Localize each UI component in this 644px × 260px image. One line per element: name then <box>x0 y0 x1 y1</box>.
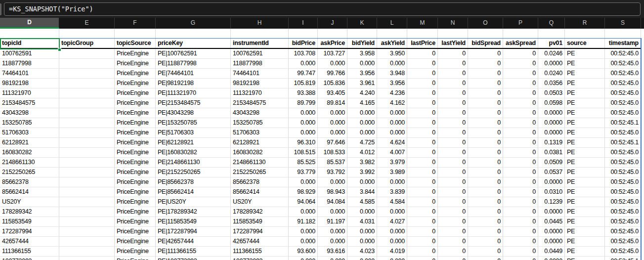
cell[interactable]: 0 <box>468 98 503 108</box>
cell[interactable]: 0.000 <box>289 128 318 138</box>
cell[interactable]: 0.000 <box>289 108 318 118</box>
cell[interactable]: PE|98192198 <box>156 79 231 88</box>
cell[interactable]: PE <box>565 207 605 217</box>
cell[interactable]: PE <box>565 168 605 177</box>
cell[interactable]: 00:52:45.0 <box>605 237 641 247</box>
cell[interactable]: PriceEngine <box>115 128 156 138</box>
cell[interactable]: 0.0000 <box>538 257 565 260</box>
cell[interactable]: 4.012 <box>347 148 377 158</box>
cell[interactable]: US20Y <box>231 197 289 207</box>
cell[interactable]: 0.000 <box>318 118 347 128</box>
cell[interactable]: 0.000 <box>347 257 377 260</box>
cell[interactable]: 153250785 <box>0 118 59 128</box>
cell[interactable]: 0.0000 <box>538 177 565 187</box>
cell[interactable]: PE <box>565 88 605 98</box>
cell[interactable]: 0.000 <box>347 118 377 128</box>
table-header-cell[interactable]: lastPrice <box>407 39 438 48</box>
cell[interactable]: 4.162 <box>377 98 407 108</box>
cell[interactable]: 0 <box>438 98 468 108</box>
cell[interactable]: 0 <box>438 118 468 128</box>
cell[interactable]: 0.0240 <box>538 69 565 79</box>
cell[interactable]: 0.000 <box>318 207 347 217</box>
cell[interactable]: PriceEngine <box>115 138 156 148</box>
cell[interactable]: 0 <box>407 237 438 247</box>
cell[interactable]: 93.600 <box>289 247 318 257</box>
table-header-cell[interactable]: bidYield <box>347 39 377 48</box>
cell[interactable]: 00:52:45.0 <box>605 98 641 108</box>
table-header-cell[interactable]: timestamp <box>605 39 641 48</box>
cell[interactable]: 89.799 <box>289 98 318 108</box>
fill-handle[interactable] <box>58 48 61 51</box>
cell[interactable]: 118877998 <box>0 59 59 69</box>
empty-cell[interactable] <box>231 29 289 38</box>
cell[interactable]: PE <box>565 138 605 148</box>
cell[interactable]: PE <box>565 158 605 168</box>
cell[interactable]: 0 <box>468 138 503 148</box>
cell[interactable]: 0 <box>438 79 468 88</box>
cell[interactable]: 105.836 <box>318 79 347 88</box>
cell[interactable]: 0.0000 <box>538 59 565 69</box>
cell[interactable]: 00:52:45.0 <box>605 49 641 59</box>
cell[interactable]: 0.000 <box>289 237 318 247</box>
cell[interactable]: PriceEngine <box>115 118 156 128</box>
cell[interactable]: 0 <box>438 49 468 59</box>
cell[interactable] <box>59 128 115 138</box>
cell[interactable]: PE <box>565 257 605 260</box>
cell[interactable]: PriceEngine <box>115 237 156 247</box>
column-header-O[interactable]: O <box>468 18 503 29</box>
table-header-cell[interactable]: bidPrice <box>289 39 318 48</box>
table-header-cell[interactable]: lastYield <box>438 39 468 48</box>
cell[interactable]: 0 <box>503 158 538 168</box>
cell[interactable]: PE <box>565 98 605 108</box>
cell[interactable]: 103.708 <box>289 49 318 59</box>
cell[interactable]: PE <box>565 177 605 187</box>
cell[interactable]: 0 <box>503 197 538 207</box>
cell[interactable]: 0.000 <box>318 257 347 260</box>
cell[interactable]: 108.515 <box>289 148 318 158</box>
table-header-cell[interactable]: topicId <box>0 39 59 48</box>
cell[interactable] <box>59 148 115 158</box>
cell[interactable]: 0 <box>503 148 538 158</box>
cell[interactable]: 0 <box>438 217 468 227</box>
cell[interactable]: 0 <box>468 69 503 79</box>
cell[interactable]: 3.956 <box>347 69 377 79</box>
cell[interactable]: 0 <box>468 227 503 237</box>
cell[interactable]: 4.165 <box>347 98 377 108</box>
cell[interactable]: 0 <box>468 217 503 227</box>
cell[interactable]: 0.0503 <box>538 88 565 98</box>
cell[interactable]: 0 <box>407 88 438 98</box>
cell[interactable]: 0.0000 <box>538 237 565 247</box>
cell[interactable]: PE|2152250265 <box>156 168 231 177</box>
cell[interactable]: 93.792 <box>318 168 347 177</box>
cell[interactable]: 0.000 <box>347 177 377 187</box>
cell[interactable]: 0.000 <box>289 257 318 260</box>
cell[interactable]: PriceEngine <box>115 59 156 69</box>
cell[interactable]: 42657444 <box>0 237 59 247</box>
cell[interactable]: 99.747 <box>289 69 318 79</box>
cell[interactable]: 98192198 <box>231 79 289 88</box>
cell[interactable]: 00:52:45.0 <box>605 79 641 88</box>
cell[interactable]: 0.000 <box>318 108 347 118</box>
cell[interactable]: 111366155 <box>0 247 59 257</box>
cell[interactable]: 0 <box>468 118 503 128</box>
cell[interactable]: 3.961 <box>347 79 377 88</box>
cell[interactable] <box>59 88 115 98</box>
column-header-N[interactable]: N <box>438 18 468 29</box>
cell[interactable]: 0.000 <box>289 59 318 69</box>
cell[interactable]: 0 <box>407 59 438 69</box>
cell[interactable]: 178289342 <box>0 207 59 217</box>
cell[interactable]: 0 <box>438 88 468 98</box>
cell[interactable]: PriceEngine <box>115 49 156 59</box>
cell[interactable]: 0.000 <box>318 237 347 247</box>
cell[interactable]: 0 <box>503 79 538 88</box>
cell[interactable]: 99.766 <box>318 69 347 79</box>
cell[interactable]: 0.0000 <box>538 207 565 217</box>
cell[interactable]: 115853549 <box>231 217 289 227</box>
cell[interactable]: 0 <box>468 177 503 187</box>
column-header-F[interactable]: F <box>115 18 156 29</box>
cell[interactable]: 0.000 <box>318 59 347 69</box>
cell[interactable]: 0 <box>407 217 438 227</box>
cell[interactable]: 3.844 <box>347 187 377 197</box>
cell[interactable]: 0 <box>407 197 438 207</box>
cell[interactable]: 0 <box>503 187 538 197</box>
